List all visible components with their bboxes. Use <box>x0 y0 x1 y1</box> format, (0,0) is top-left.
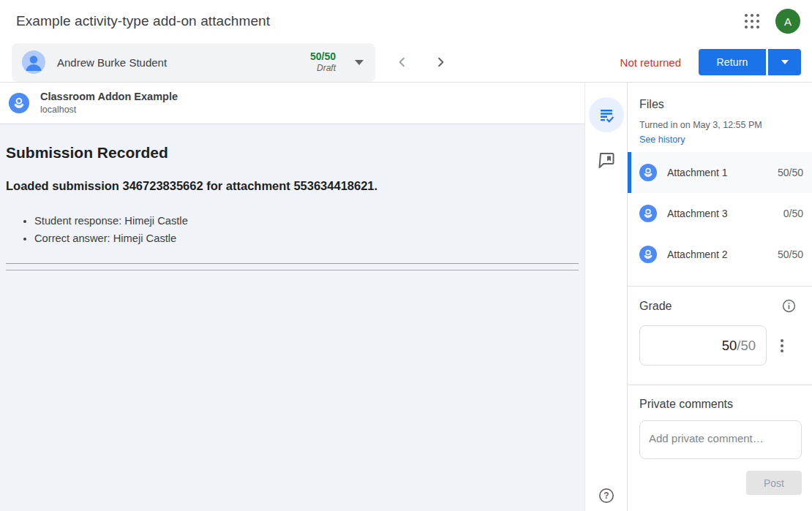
next-student-button[interactable] <box>429 51 451 73</box>
attachment-score: 50/50 <box>778 249 803 260</box>
info-icon[interactable] <box>782 299 796 313</box>
header-actions: A <box>742 9 800 34</box>
attachment-row[interactable]: Attachment 1 50/50 <box>628 152 812 193</box>
addon-app-icon <box>639 205 657 222</box>
page-title: Example activity-type add-on attachment <box>16 13 270 29</box>
chevron-down-icon <box>355 60 364 65</box>
post-comment-button[interactable]: Post <box>746 471 802 495</box>
turned-in-timestamp: Turned in on May 3, 12:55 PM <box>639 120 800 130</box>
grading-toolbar: Andrew Burke Student 50/50 Draft Not ret… <box>0 42 812 83</box>
student-selector[interactable]: Andrew Burke Student 50/50 Draft <box>12 43 375 82</box>
addon-title: Classroom Addon Example <box>40 90 178 104</box>
previous-student-button[interactable] <box>391 51 413 73</box>
svg-text:?: ? <box>604 491 609 501</box>
student-name: Andrew Burke Student <box>57 56 167 69</box>
tool-rail: ? <box>585 83 627 511</box>
grade-overflow-menu-button[interactable] <box>776 335 788 357</box>
student-avatar-icon <box>22 50 45 74</box>
apps-grid-icon[interactable] <box>742 11 762 31</box>
chevron-right-icon <box>434 56 447 69</box>
grade-denominator: /50 <box>737 338 756 354</box>
see-history-link[interactable]: See history <box>639 135 685 145</box>
account-avatar[interactable]: A <box>775 9 800 34</box>
submission-heading: Submission Recorded <box>6 144 579 162</box>
files-title: Files <box>639 98 800 111</box>
attachment-label: Attachment 1 <box>667 167 728 178</box>
top-header: Example activity-type add-on attachment … <box>0 0 812 42</box>
submission-detail-list: Student response: Himeji Castle Correct … <box>6 212 579 247</box>
attachment-label: Attachment 3 <box>667 208 728 219</box>
return-button[interactable]: Return <box>699 49 766 75</box>
addon-app-icon <box>639 246 657 263</box>
student-grade-state: Draft <box>310 63 336 74</box>
grading-icon <box>598 106 615 124</box>
classroom-grading-app: Example activity-type add-on attachment … <box>0 0 812 511</box>
attachment-label: Attachment 2 <box>667 249 728 260</box>
divider <box>6 270 579 270</box>
attachment-score: 0/50 <box>783 208 803 219</box>
attachment-preview-panel: Classroom Addon Example localhost Submis… <box>0 83 585 511</box>
help-icon: ? <box>598 488 614 504</box>
submission-subheading: Loaded submission 346723835662 for attac… <box>6 179 579 193</box>
comment-bank-button[interactable] <box>598 151 615 169</box>
main-region: Classroom Addon Example localhost Submis… <box>0 83 812 511</box>
comment-bank-icon <box>598 151 615 169</box>
grading-tool-button[interactable] <box>589 97 624 132</box>
return-menu-button[interactable] <box>768 49 801 75</box>
grade-title: Grade <box>639 300 672 313</box>
addon-content-frame: Submission Recorded Loaded submission 34… <box>0 124 584 511</box>
private-comments-title: Private comments <box>639 398 802 411</box>
grade-section: Grade 50/50 <box>628 287 812 385</box>
attachment-row[interactable]: Attachment 2 50/50 <box>628 234 812 275</box>
chevron-down-icon <box>781 60 789 64</box>
addon-app-icon <box>639 164 657 181</box>
addon-subtitle: localhost <box>40 104 178 116</box>
private-comments-section: Private comments Post <box>628 385 812 495</box>
student-grade-score: 50/50 <box>310 50 336 64</box>
status-badge: Not returned <box>620 56 681 69</box>
addon-header: Classroom Addon Example localhost <box>0 83 584 124</box>
attachment-score: 50/50 <box>778 167 803 178</box>
grade-value: 50 <box>722 338 737 354</box>
files-section-header: Files Turned in on May 3, 12:55 PM See h… <box>628 83 812 145</box>
return-button-group: Return <box>699 49 801 75</box>
list-item: Student response: Himeji Castle <box>34 212 579 230</box>
help-button[interactable]: ? <box>598 488 614 504</box>
chevron-left-icon <box>396 56 409 69</box>
attachment-list: Attachment 1 50/50 Attachment 3 0/50 <box>628 152 812 275</box>
addon-app-icon <box>9 93 29 113</box>
grading-sidebar: Files Turned in on May 3, 12:55 PM See h… <box>627 83 812 511</box>
attachment-row[interactable]: Attachment 3 0/50 <box>628 193 812 234</box>
grade-input[interactable]: 50/50 <box>639 325 767 366</box>
private-comment-input[interactable] <box>639 420 802 459</box>
list-item: Correct answer: Himeji Castle <box>34 230 579 247</box>
kebab-icon <box>781 339 783 342</box>
student-grade-summary: 50/50 Draft <box>310 50 336 75</box>
divider <box>6 263 579 264</box>
